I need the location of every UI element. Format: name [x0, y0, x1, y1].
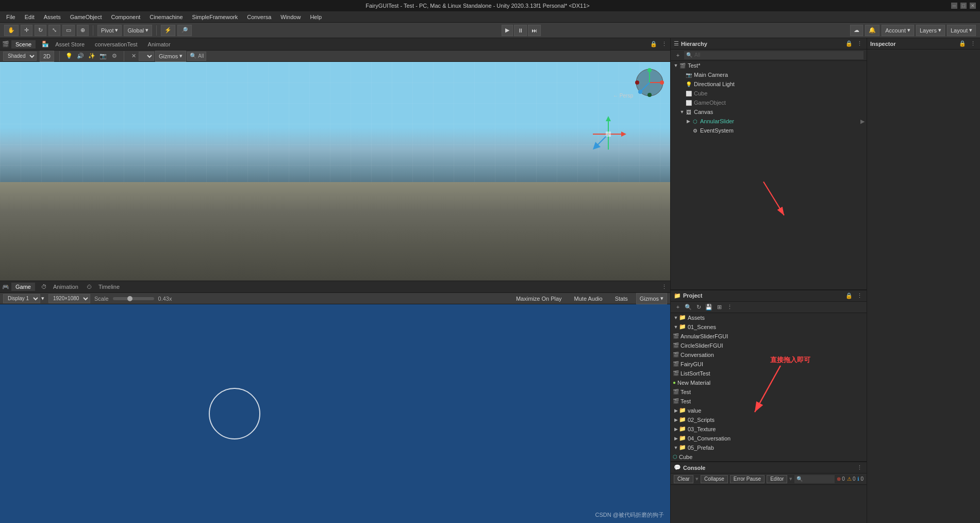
file-fairygui[interactable]: 🎬 FairyGUI — [671, 359, 867, 369]
menu-conversa[interactable]: Conversa — [243, 13, 275, 21]
project-more-btn[interactable]: ⋮ — [855, 291, 863, 300]
file-listsorttest[interactable]: 🎬 ListSortTest — [671, 369, 867, 378]
global-btn[interactable]: Global ▾ — [124, 25, 152, 36]
maximize-on-play-btn[interactable]: Maximize On Play — [512, 295, 566, 303]
file-circleslider-fgui[interactable]: 🎬 CircleSliderFGUI — [671, 341, 867, 350]
collapse-btn[interactable]: Collapse — [701, 475, 728, 483]
game-more-btn[interactable]: ⋮ — [660, 283, 668, 291]
menu-window[interactable]: Window — [276, 13, 305, 21]
project-save-btn[interactable]: 💾 — [705, 303, 713, 311]
move-tool-btn[interactable]: ✛ — [21, 25, 32, 36]
file-test-2[interactable]: 🎬 Test — [671, 397, 867, 406]
menu-simpleframework[interactable]: SimpleFramework — [188, 13, 242, 21]
clear-btn[interactable]: Clear — [674, 475, 693, 483]
resolution-select[interactable]: 1920×1080 — [48, 294, 90, 303]
maximize-btn[interactable]: □ — [960, 3, 967, 9]
collab-btn[interactable]: ☁ — [850, 25, 863, 36]
hierarchy-search[interactable]: 🔍 All — [684, 51, 863, 59]
tree-item-gameobject[interactable]: ▶ ⬜ GameObject — [671, 98, 867, 107]
minimize-btn[interactable]: ─ — [951, 3, 957, 9]
tab-conversation-test[interactable]: conversationTest — [91, 40, 142, 48]
pause-btn[interactable]: ⏸ — [514, 25, 527, 36]
tab-game[interactable]: Game — [11, 283, 35, 291]
hierarchy-lock-btn[interactable]: 🔒 — [845, 40, 853, 48]
tab-animation[interactable]: Animation — [49, 283, 82, 291]
folder-02scripts[interactable]: ▶ 📁 02_Scripts — [671, 415, 867, 424]
scene-viewport[interactable]: ← Persp — [0, 62, 670, 281]
folder-05prefab[interactable]: ▼ 📁 05_Prefab — [671, 443, 867, 452]
display-select[interactable]: Display 1 — [3, 294, 40, 303]
hand-tool-btn[interactable]: ✋ — [4, 25, 19, 36]
file-annularslider-fgui[interactable]: 🎬 AnnularSliderFGUI — [671, 332, 867, 341]
tree-item-eventsystem[interactable]: ▶ ⚙ EventSystem — [671, 126, 867, 135]
file-cube-prefab[interactable]: ⬡ Cube — [671, 452, 867, 461]
project-add-btn[interactable]: + — [674, 303, 682, 311]
tree-item-directional-light[interactable]: ▶ 💡 Directional Light — [671, 79, 867, 89]
inspector-more-btn[interactable]: ⋮ — [969, 40, 977, 48]
error-pause-btn[interactable]: Error Pause — [730, 475, 765, 483]
project-search-btn[interactable]: 🔍 — [684, 303, 692, 311]
layout-btn[interactable]: Layout ▾ — [947, 25, 976, 36]
scene-extra-btn[interactable]: ⚙ — [110, 52, 119, 60]
menu-cinemachine[interactable]: Cinemachine — [145, 13, 187, 21]
game-viewport[interactable]: CSDN @被代码折磨的狗子 — [0, 304, 670, 523]
gizmos-btn[interactable]: Gizmos ▾ — [155, 51, 186, 62]
folder-04conversation[interactable]: ▶ 📁 04_Conversation — [671, 434, 867, 443]
toggle-canvas[interactable]: ▼ — [679, 109, 685, 115]
tree-item-canvas[interactable]: ▼ 🖼 Canvas — [671, 107, 867, 117]
menu-edit[interactable]: Edit — [21, 13, 39, 21]
project-lock-btn[interactable]: 🔒 — [845, 291, 853, 300]
tree-item-main-camera[interactable]: ▶ 📷 Main Camera — [671, 70, 867, 79]
transform-tool-btn[interactable]: ⊕ — [77, 25, 89, 36]
file-test-1[interactable]: 🎬 Test — [671, 387, 867, 397]
shading-mode-select[interactable]: Shaded — [3, 52, 37, 61]
rotate-tool-btn[interactable]: ↻ — [35, 25, 46, 36]
tool-b-btn[interactable]: 🔎 — [177, 25, 192, 36]
scene-cam-btn[interactable]: 📷 — [99, 52, 107, 60]
menu-file[interactable]: File — [2, 13, 20, 21]
rect-tool-btn[interactable]: ▭ — [62, 25, 75, 36]
folder-assets[interactable]: ▼ 📁 Assets — [671, 313, 867, 322]
folder-01scenes[interactable]: ▼ 📁 01_Scenes — [671, 322, 867, 332]
toggle-annularslider[interactable]: ▶ — [685, 118, 691, 124]
toggle-test[interactable]: ▼ — [673, 62, 679, 69]
effects-btn[interactable]: ✨ — [88, 52, 96, 60]
scale-slider[interactable] — [113, 297, 154, 300]
tree-item-annularslider[interactable]: ▶ ⬡ AnnularSlider ▶ — [671, 117, 867, 126]
cloud-build-btn[interactable]: 🔔 — [865, 25, 879, 36]
file-new-material[interactable]: ● New Material — [671, 378, 867, 387]
close-btn[interactable]: ✕ — [970, 3, 976, 9]
menu-assets[interactable]: Assets — [40, 13, 65, 21]
stats-btn[interactable]: Stats — [611, 295, 632, 303]
tab-asset-store[interactable]: Asset Store — [51, 40, 89, 48]
scene-x-btn[interactable]: ✕ — [129, 52, 138, 60]
project-refresh-btn[interactable]: ↻ — [694, 303, 703, 311]
scene-lock-btn[interactable]: 🔒 — [650, 40, 658, 48]
folder-03texture[interactable]: ▶ 📁 03_Texture — [671, 424, 867, 434]
project-view-btn[interactable]: ⊞ — [715, 303, 723, 311]
account-btn[interactable]: Account ▾ — [882, 25, 914, 36]
2d-toggle-btn[interactable]: 2D — [40, 51, 54, 62]
editor-filter-btn[interactable]: Editor — [767, 475, 787, 483]
tab-animator[interactable]: Animator — [144, 40, 175, 48]
pivot-btn[interactable]: Pivot ▾ — [97, 25, 122, 36]
mute-audio-btn[interactable]: Mute Audio — [570, 295, 607, 303]
play-btn[interactable]: ▶ — [502, 25, 513, 36]
console-more-btn[interactable]: ⋮ — [855, 464, 863, 472]
overlay-select[interactable] — [139, 52, 154, 61]
game-gizmos-btn[interactable]: Gizmos ▾ — [636, 293, 667, 304]
tab-timeline[interactable]: Timeline — [94, 283, 124, 291]
project-layout-btn[interactable]: ⋮ — [725, 303, 734, 311]
scene-more-btn[interactable]: ⋮ — [660, 40, 668, 48]
console-search[interactable]: 🔍 — [794, 475, 835, 483]
tool-a-btn[interactable]: ⚡ — [161, 25, 175, 36]
inspector-lock-btn[interactable]: 🔒 — [958, 40, 967, 48]
audio-btn[interactable]: 🔊 — [76, 52, 85, 60]
menu-help[interactable]: Help — [306, 13, 326, 21]
gizmo-widget[interactable] — [634, 67, 665, 98]
scale-tool-btn[interactable]: ⤡ — [48, 25, 60, 36]
tab-scene[interactable]: Scene — [11, 40, 36, 48]
step-btn[interactable]: ⏭ — [528, 25, 541, 36]
tree-item-test-scene[interactable]: ▼ 🎬 Test* — [671, 61, 867, 70]
hierarchy-add-btn[interactable]: + — [674, 51, 682, 59]
